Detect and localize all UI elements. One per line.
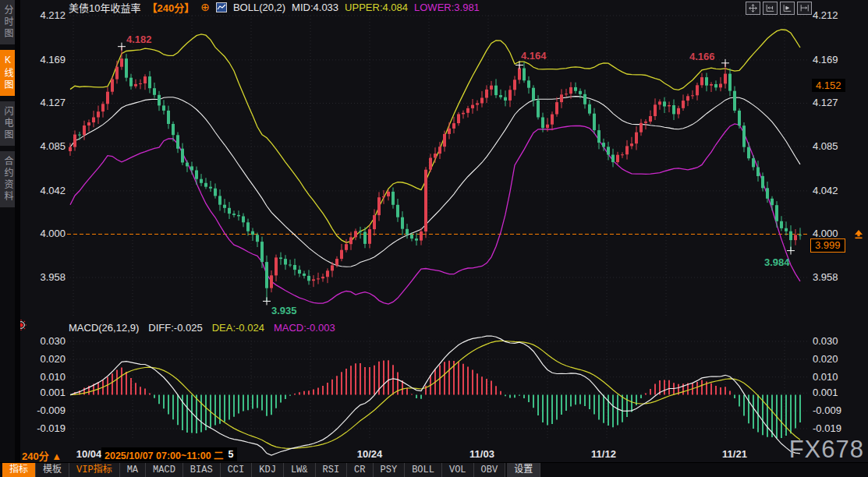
toolbar-item-MA[interactable]: MA bbox=[120, 463, 146, 477]
trading-app-window: 分时图K线图闪电图合约资料 美债10年收益率 【240分】 ⊕ BOLL(20,… bbox=[0, 0, 868, 477]
macd-dea-value: DEA:-0.024 bbox=[212, 322, 264, 334]
macd-tick-left: -0.009 bbox=[25, 405, 66, 416]
price-tick-right: 4.127 bbox=[813, 97, 838, 108]
toolbar-item-VIP指标[interactable]: VIP指标 bbox=[69, 463, 120, 477]
extreme-label-4.166: 4.166 bbox=[689, 51, 715, 62]
toolbar-item-PSY[interactable]: PSY bbox=[374, 463, 406, 477]
extreme-label-3.984: 3.984 bbox=[764, 256, 790, 268]
toolbar-item-模板[interactable]: 模板 bbox=[36, 463, 69, 477]
zoom-axis-left-icon[interactable] bbox=[763, 2, 778, 15]
price-tick-right: 4.169 bbox=[813, 54, 838, 65]
macd-tick-left: 0.010 bbox=[25, 371, 66, 383]
candlestick-chart-canvas[interactable] bbox=[0, 0, 868, 477]
price-tick-right: 4.085 bbox=[813, 140, 838, 152]
open-price-marker: 4.152 bbox=[812, 79, 845, 92]
price-tick-left: 4.042 bbox=[25, 185, 66, 196]
sidebar-tab-4[interactable]: 合约资料 bbox=[0, 151, 15, 207]
move-crosshair-icon[interactable] bbox=[746, 2, 760, 15]
tooltip-text: 2025/10/07 07:00~11:00 二 bbox=[105, 447, 224, 462]
toolbar-item-BOLL[interactable]: BOLL bbox=[405, 463, 442, 477]
add-indicator-icon[interactable]: ⊕ bbox=[200, 2, 210, 12]
sidebar-tab-1[interactable]: 分时图 bbox=[0, 0, 15, 44]
macd-tick-right: -0.019 bbox=[813, 422, 841, 434]
macd-header: MACD(26,12,9) DIFF:-0.025 DEA:-0.024 MAC… bbox=[69, 322, 335, 334]
sidebar-divider bbox=[15, 0, 20, 477]
time-axis: 240分 ▲ 10/0410/2411/0311/1211/21 2025/10… bbox=[0, 440, 868, 462]
boll-lower-value: LOWER:3.981 bbox=[414, 2, 480, 13]
chart-tool-icons bbox=[746, 2, 812, 15]
toolbar-item-KDJ[interactable]: KDJ bbox=[252, 463, 284, 477]
macd-tick-left: -0.019 bbox=[25, 422, 66, 434]
macd-diff-value: DIFF:-0.025 bbox=[148, 322, 202, 334]
toolbar-item-指标[interactable]: 指标 bbox=[2, 463, 36, 477]
chart-type-sidebar: 分时图K线图闪电图合约资料 bbox=[0, 0, 15, 477]
interval-selector[interactable]: 240分 ▲ bbox=[22, 448, 62, 463]
price-tick-right: 3.958 bbox=[813, 271, 838, 283]
price-tick-left: 4.085 bbox=[25, 140, 66, 152]
macd-tick-left: 0.001 bbox=[25, 387, 66, 398]
chart-header: 美债10年收益率 【240分】 ⊕ BOLL(20,2) MID:4.033 U… bbox=[69, 1, 480, 14]
macd-macd-value: MACD:-0.003 bbox=[274, 322, 335, 334]
macd-tick-right: 0.001 bbox=[813, 387, 838, 398]
tooltip-suffix: 5 bbox=[229, 449, 234, 460]
price-tick-left: 3.958 bbox=[25, 271, 66, 283]
toolbar-item-CR[interactable]: CR bbox=[347, 463, 373, 477]
macd-tick-left: 0.020 bbox=[25, 353, 66, 365]
sidebar-tab-2[interactable]: K线图 bbox=[0, 50, 15, 96]
toolbar-item-MACD[interactable]: MACD bbox=[146, 463, 183, 477]
price-tick-left: 4.127 bbox=[25, 97, 66, 108]
price-up-arrow-icon bbox=[854, 228, 863, 242]
zoom-axis-play-icon[interactable] bbox=[780, 2, 795, 15]
macd-tick-right: 0.020 bbox=[813, 353, 838, 365]
price-tick-left: 4.169 bbox=[25, 54, 66, 65]
date-label-10/24: 10/24 bbox=[353, 448, 387, 460]
date-label-11/12: 11/12 bbox=[586, 448, 621, 460]
price-tick-left: 4.212 bbox=[25, 9, 66, 21]
toolbar-item-设置[interactable]: 设置 bbox=[507, 463, 540, 477]
pan-right-icon[interactable] bbox=[797, 2, 812, 15]
price-tick-right: 4.212 bbox=[813, 9, 838, 21]
extreme-label-3.935: 3.935 bbox=[271, 305, 297, 316]
boll-mid-value: MID:4.033 bbox=[292, 2, 338, 13]
macd-tick-right: 0.010 bbox=[813, 371, 838, 383]
fx678-watermark: FX678 bbox=[789, 436, 864, 464]
last-price-marker: 3.999 bbox=[810, 238, 845, 253]
sidebar-tab-3[interactable]: 闪电图 bbox=[0, 101, 15, 146]
interval-tag: 【240分】 bbox=[147, 0, 194, 15]
bar-info-tooltip: 2025/10/07 07:00~11:00 二 5 bbox=[101, 447, 237, 461]
boll-label: BOLL(20,2) bbox=[233, 2, 285, 13]
toolbar-item-RSI[interactable]: RSI bbox=[316, 463, 348, 477]
macd-tick-right: -0.009 bbox=[813, 405, 841, 416]
boll-upper-value: UPPER:4.084 bbox=[345, 2, 408, 13]
toolbar-item-VOL[interactable]: VOL bbox=[442, 463, 474, 477]
indicator-toolbar: 指标模板VIP指标MAMACDBIASCCIKDJLW&RSICRPSYBOLL… bbox=[0, 462, 868, 477]
price-tick-left: 4.000 bbox=[25, 228, 66, 239]
macd-params-label: MACD(26,12,9) bbox=[69, 322, 139, 334]
macd-tick-left: 0.030 bbox=[25, 335, 66, 347]
symbol-title: 美债10年收益率 bbox=[69, 0, 140, 15]
toolbar-item-OBV[interactable]: OBV bbox=[474, 463, 506, 477]
price-tick-right: 4.042 bbox=[813, 185, 838, 196]
date-label-11/03: 11/03 bbox=[465, 448, 499, 460]
mini-chart-icon bbox=[216, 2, 227, 12]
date-label-11/21: 11/21 bbox=[717, 448, 752, 460]
toolbar-item-CCI[interactable]: CCI bbox=[221, 463, 253, 477]
toolbar-item-BIAS[interactable]: BIAS bbox=[183, 463, 221, 477]
extreme-label-4.164: 4.164 bbox=[521, 50, 547, 62]
toolbar-item-LW&[interactable]: LW& bbox=[284, 463, 316, 477]
extreme-label-4.182: 4.182 bbox=[126, 34, 152, 45]
macd-tick-right: 0.030 bbox=[813, 335, 838, 347]
